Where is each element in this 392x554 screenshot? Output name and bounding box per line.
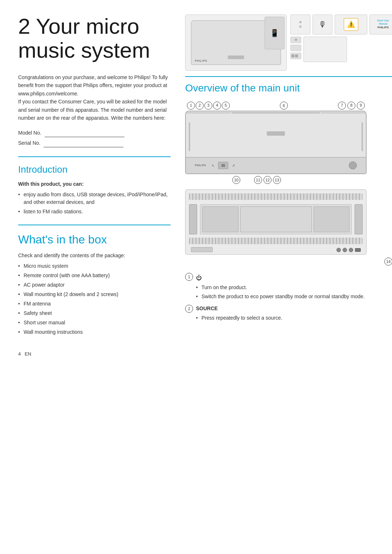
whats-in-box-heading: What's in the box [18, 231, 171, 248]
callout-numbers-rear-row: 14 15 16 17 [185, 258, 392, 266]
model-fields: Model No. Serial No. [18, 129, 171, 147]
desc-2-bullets: Press repeatedly to select a source. [185, 314, 392, 322]
chapter-heading: 2 Your micromusic system [18, 15, 171, 62]
introduction-subheading: With this product, you can: [18, 180, 171, 188]
speaker-rear-diagram [185, 189, 367, 255]
accessories-images: ⚙⚙ 🎙 ⚠️ Short UserManual PHILIPS Wall Mo… [290, 15, 392, 71]
accessory-instructions-sheet [303, 37, 347, 62]
callout-numbers-top-row: 1 2 3 4 5 6 7 8 9 [185, 101, 367, 110]
desc-callout-1: 1 [185, 273, 193, 281]
source-label: SOURCE [196, 305, 218, 312]
desc-item-2: 2 SOURCE Press repeatedly to select a so… [185, 305, 392, 322]
callout-10: 10 [232, 176, 240, 184]
page-number: 4 EN [18, 350, 171, 358]
list-item: Micro music system [18, 262, 171, 270]
accessories-row-2: ⊙ [290, 37, 392, 62]
accessory-warning: ⚠️ [335, 15, 367, 34]
main-unit-image: PHILIPS 📱 [185, 15, 287, 71]
remote-small-image: 📱 [265, 17, 285, 49]
accessory-manual: Short UserManual PHILIPS [369, 15, 392, 34]
intro-divider [18, 156, 171, 157]
list-item: Safety sheet [18, 309, 171, 317]
main-unit-front-diagram: PHILIPS ↖ ↗ [185, 111, 367, 174]
callout-numbers-bottom-row: 10 11 12 13 [185, 176, 392, 184]
list-item: Press repeatedly to select a source. [196, 314, 392, 322]
chapter-title: Your micromusic system [18, 14, 150, 62]
callout-group-7-9: 7 8 9 [338, 102, 365, 110]
descriptions-section: 1 ⏻ Turn on the product. Switch the prod… [185, 273, 392, 322]
callout-3: 3 [204, 102, 212, 110]
callout-11: 11 [254, 176, 262, 184]
desc-callout-2: 2 [185, 305, 193, 313]
list-item: Turn on the product. [196, 284, 392, 291]
list-item: enjoy audio from discs, USB storage devi… [18, 191, 171, 206]
serial-label: Serial No. [18, 139, 171, 147]
list-item: AC power adaptor [18, 281, 171, 289]
overview-heading: Overview of the main unit [185, 81, 392, 96]
list-item: Short user manual [18, 319, 171, 327]
callout-9: 9 [357, 102, 365, 110]
list-item: FM antenna [18, 300, 171, 308]
callout-6: 6 [280, 101, 288, 110]
intro-text: Congratulations on your purchase, and we… [18, 73, 171, 122]
callout-group-1-5: 1 2 3 4 5 [187, 102, 230, 110]
introduction-bullets: enjoy audio from discs, USB storage devi… [18, 191, 171, 216]
product-images-area: PHILIPS 📱 ⚙⚙ 🎙 ⚠️ [185, 15, 392, 71]
list-item: Switch the product to eco power standby … [196, 293, 392, 300]
callout-2: 2 [196, 102, 204, 110]
list-item: Remote control (with one AAA battery) [18, 272, 171, 279]
accessory-screws: ⚙⚙ [290, 15, 310, 34]
whats-in-box-divider [18, 225, 171, 225]
callout-5: 5 [222, 102, 230, 110]
callout-7: 7 [338, 102, 346, 110]
callout-12: 12 [264, 176, 271, 184]
accessory-plugs: ⊙ [290, 37, 301, 59]
chapter-number: 2 [18, 14, 30, 38]
overview-section: Overview of the main unit [185, 76, 392, 96]
callout-1: 1 [187, 102, 195, 110]
desc-1-bullets: Turn on the product. Switch the product … [185, 284, 392, 300]
introduction-heading: Introduction [18, 163, 171, 177]
model-label: Model No. [18, 129, 171, 137]
callout-13: 13 [273, 176, 281, 184]
whats-in-box-list: Micro music system Remote control (with … [18, 262, 171, 336]
list-item: Wall mounting instructions [18, 328, 171, 336]
callout-14: 14 [384, 258, 392, 266]
whats-in-box-description: Check and identify the contents of the p… [18, 252, 171, 259]
desc-item-1: 1 ⏻ Turn on the product. Switch the prod… [185, 273, 392, 300]
callout-8: 8 [347, 102, 355, 110]
accessories-row-1: ⚙⚙ 🎙 ⚠️ Short UserManual PHILIPS Wall Mo… [290, 15, 392, 34]
product-image-column: PHILIPS 📱 [185, 15, 287, 71]
power-symbol-icon: ⏻ [196, 274, 202, 282]
callout-4: 4 [213, 102, 221, 110]
accessory-mic: 🎙 [313, 15, 332, 34]
list-item: Wall mounting kit (2 dowels and 2 screws… [18, 291, 171, 298]
list-item: listen to FM radio stations. [18, 208, 171, 216]
